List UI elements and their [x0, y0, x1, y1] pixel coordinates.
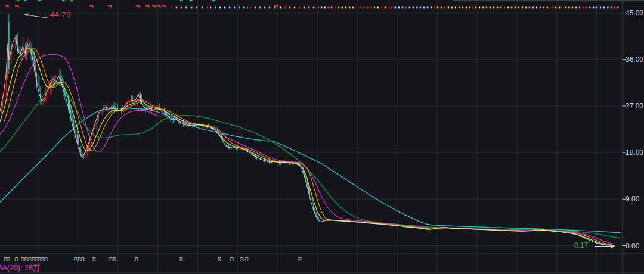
event-flag-icon	[152, 5, 156, 9]
event-star-icon: *	[283, 5, 287, 13]
event-star-icon: *	[195, 5, 199, 13]
candle-body	[13, 47, 13, 48]
candle-body	[68, 101, 69, 105]
candle-body	[106, 108, 106, 109]
candle-body	[102, 110, 103, 111]
restructure-marker: R	[7, 256, 11, 262]
event-flag-icon	[157, 5, 161, 9]
event-star-icon: *	[312, 5, 315, 13]
event-star-icon: *	[278, 5, 282, 13]
candle-body	[69, 105, 70, 110]
candle-body	[16, 38, 17, 40]
clipped-legend-fragment	[190, 0, 193, 1]
ma-line-cyan	[0, 108, 621, 233]
candle-body	[89, 141, 90, 143]
event-star-icon: *	[184, 5, 188, 13]
clipped-legend-fragment	[62, 0, 65, 1]
candle-body	[61, 79, 62, 82]
candle-body	[1, 109, 2, 114]
ma-line-green	[0, 83, 620, 238]
event-flag-icon	[136, 5, 140, 9]
candle-body	[166, 113, 167, 115]
candle-body	[44, 101, 45, 102]
y-axis-label: 0.00	[626, 242, 639, 250]
event-star-icon: *	[228, 5, 231, 13]
candle-body	[8, 22, 9, 68]
candle-body	[98, 114, 99, 119]
event-star-icon: *	[546, 5, 549, 13]
restructure-marker: R	[92, 256, 97, 262]
event-star-icon: *	[273, 5, 277, 13]
event-star-icon: *	[175, 5, 178, 13]
candle-body	[225, 142, 225, 144]
candle-body	[67, 98, 67, 99]
clipped-legend-fragment	[24, 0, 27, 1]
axis-lines	[0, 0, 644, 274]
candle-body	[134, 101, 134, 101]
event-flag-icon	[162, 5, 166, 9]
y-axis-label: 36.00	[626, 55, 643, 64]
restructure-marker: R	[179, 256, 184, 262]
event-star-icon: *	[249, 5, 252, 13]
restructure-marker: R	[81, 256, 85, 262]
candle-body	[314, 208, 315, 212]
ma-line-yellow	[0, 48, 611, 245]
event-star-icon: *	[258, 5, 262, 13]
restructure-marker: R	[113, 256, 117, 262]
restructure-marker: R	[245, 256, 249, 262]
candle-body	[6, 75, 7, 86]
candle-body	[232, 147, 233, 148]
clipped-legend-fragment	[38, 0, 41, 1]
restructure-marker: R	[230, 256, 234, 262]
clipped-legend-fragment	[17, 0, 20, 1]
candle-body	[135, 101, 135, 101]
clipped-legend-fragment	[212, 0, 215, 1]
clipped-legend-fragment	[180, 0, 183, 1]
candle-body	[280, 163, 281, 163]
candle-body	[252, 154, 253, 154]
candle-body	[86, 151, 86, 155]
candle-body	[309, 191, 310, 195]
candle-body	[29, 43, 29, 46]
event-flag-icon	[89, 5, 94, 9]
event-star-icon: *	[293, 5, 296, 13]
event-star-icon: *	[298, 5, 301, 13]
event-star-icon: *	[263, 5, 267, 13]
candle-body	[78, 140, 79, 145]
candle-body	[20, 52, 20, 52]
clipped-legend-fragment	[70, 0, 73, 1]
event-star-icon: *	[616, 5, 620, 13]
y-axis-label: 18.00	[626, 148, 643, 157]
candle-body	[88, 146, 89, 147]
candle-body	[48, 91, 48, 94]
candle-body	[144, 105, 144, 106]
candle-body	[94, 126, 95, 129]
candle-body	[2, 101, 3, 107]
event-flag-icon	[145, 5, 150, 9]
candle-body	[228, 146, 229, 147]
candle-body	[101, 112, 101, 113]
event-markers: ****************************************…	[4, 0, 620, 262]
event-star-icon: *	[223, 5, 227, 13]
event-star-icon: *	[200, 5, 204, 13]
event-star-icon: *	[213, 5, 217, 13]
candle-body	[311, 195, 311, 200]
candle-body	[76, 132, 76, 135]
candle-body	[39, 86, 39, 91]
event-star-icon: *	[218, 5, 222, 13]
stock-chart-window: ****************************************…	[0, 0, 644, 274]
restructure-marker: R	[298, 256, 302, 262]
event-star-icon: *	[268, 5, 271, 13]
ma-line-magenta	[0, 54, 615, 244]
candle-body	[153, 109, 153, 110]
ma-line-orange	[4, 48, 614, 245]
candle-body	[77, 135, 78, 141]
ma-line-white	[0, 37, 609, 245]
event-star-icon: *	[190, 5, 193, 13]
price-chart-canvas[interactable]: ****************************************…	[0, 0, 644, 274]
candlestick-series	[1, 14, 610, 245]
high-annotation-arrow	[26, 15, 49, 18]
candle-body	[305, 177, 306, 180]
grid-lines	[0, 0, 623, 272]
candle-body	[93, 129, 94, 133]
